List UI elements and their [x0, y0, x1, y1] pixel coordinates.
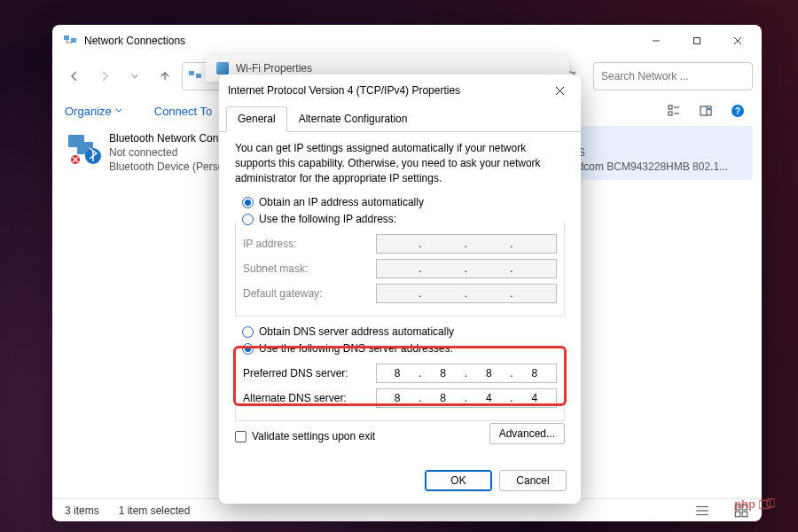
minimize-button[interactable]	[636, 27, 677, 55]
help-button[interactable]: ?	[726, 99, 749, 122]
radio-obtain-dns-auto[interactable]: Obtain DNS server address automatically	[242, 325, 565, 338]
checkbox-icon	[235, 431, 246, 442]
dialog-button-row: OK Cancel	[219, 461, 581, 504]
svg-rect-9	[669, 112, 672, 115]
svg-text:?: ?	[735, 106, 740, 116]
connection-device: Bluetooth Device (Perso	[109, 160, 224, 174]
svg-rect-1	[71, 38, 76, 43]
dialog-close-button[interactable]	[547, 78, 572, 103]
default-gateway-input: . . .	[376, 284, 557, 303]
tab-alternate-configuration[interactable]: Alternate Configuration	[287, 106, 419, 132]
alternate-dns-input[interactable]: 8.8.4.4	[376, 388, 557, 408]
svg-rect-27	[742, 512, 747, 517]
connection-status: Not connected	[109, 145, 224, 160]
wifi-properties-title: Wi-Fi Properties	[236, 62, 312, 74]
svg-rect-6	[189, 71, 194, 75]
svg-rect-12	[700, 106, 711, 115]
preferred-dns-input[interactable]: 8.8.8.8	[376, 364, 557, 383]
svg-rect-26	[735, 512, 740, 517]
up-button[interactable]	[152, 63, 178, 90]
label-subnet-mask: Subnet mask:	[243, 262, 376, 275]
app-icon	[63, 34, 77, 48]
watermark: php	[734, 497, 775, 511]
details-view-icon[interactable]	[694, 503, 710, 519]
tab-general[interactable]: General	[226, 106, 287, 132]
view-options-button[interactable]	[662, 99, 685, 122]
dialog-body: You can get IP settings assigned automat…	[219, 132, 581, 461]
ipv4-properties-dialog: Internet Protocol Version 4 (TCP/IPv4) P…	[219, 74, 581, 504]
preview-pane-button[interactable]	[694, 99, 717, 122]
connection-wifi[interactable]: Fi /IS adcom BCM943228HMB 802.1...	[567, 126, 753, 180]
svg-rect-14	[708, 108, 710, 110]
forward-button[interactable]	[91, 63, 118, 90]
organize-menu[interactable]: Organize	[65, 105, 122, 118]
ok-button[interactable]: OK	[425, 470, 492, 491]
radio-icon	[242, 326, 254, 338]
connection-name: Fi	[572, 131, 728, 145]
bluetooth-icon	[66, 131, 102, 167]
titlebar: Network Connections	[52, 25, 762, 57]
maximize-button[interactable]	[677, 27, 717, 55]
dialog-titlebar: Internet Protocol Version 4 (TCP/IPv4) P…	[219, 74, 581, 106]
svg-rect-3	[694, 38, 700, 44]
status-selected-count: 1 item selected	[119, 505, 191, 517]
ip-address-input: . . .	[376, 234, 557, 254]
cancel-button[interactable]: Cancel	[499, 470, 567, 491]
svg-rect-7	[196, 74, 201, 78]
back-button[interactable]	[61, 63, 88, 90]
recent-dropdown[interactable]	[121, 63, 148, 90]
connection-name: Bluetooth Network Conn	[109, 131, 224, 145]
ip-group: IP address: . . . Subnet mask: . . . Def…	[235, 222, 565, 317]
dialog-title: Internet Protocol Version 4 (TCP/IPv4) P…	[228, 84, 547, 97]
subnet-mask-input: . . .	[376, 259, 557, 278]
connect-to-menu[interactable]: Connect To	[154, 105, 213, 118]
dialog-tabs: General Alternate Configuration	[219, 106, 581, 132]
svg-rect-0	[64, 35, 69, 40]
dns-group: Preferred DNS server: 8.8.8.8 Alternate …	[235, 351, 565, 421]
radio-icon	[242, 197, 254, 208]
window-title: Network Connections	[84, 35, 636, 47]
description-text: You can get IP settings assigned automat…	[235, 141, 565, 185]
label-alternate-dns: Alternate DNS server:	[243, 392, 376, 404]
connection-ssid: /IS	[572, 145, 728, 160]
radio-obtain-ip-auto[interactable]: Obtain an IP address automatically	[242, 196, 565, 208]
address-icon	[188, 69, 202, 83]
search-placeholder: Search Network ...	[601, 70, 689, 82]
label-preferred-dns: Preferred DNS server:	[243, 367, 376, 379]
advanced-button[interactable]: Advanced...	[489, 423, 565, 444]
svg-rect-8	[669, 106, 672, 109]
label-default-gateway: Default gateway:	[243, 287, 376, 300]
label-ip-address: IP address:	[243, 238, 376, 250]
radio-icon	[242, 214, 254, 225]
connection-adapter: adcom BCM943228HMB 802.1...	[572, 160, 728, 174]
status-item-count: 3 items	[65, 505, 99, 517]
close-button[interactable]	[717, 27, 758, 55]
search-input[interactable]: Search Network ...	[593, 62, 753, 90]
